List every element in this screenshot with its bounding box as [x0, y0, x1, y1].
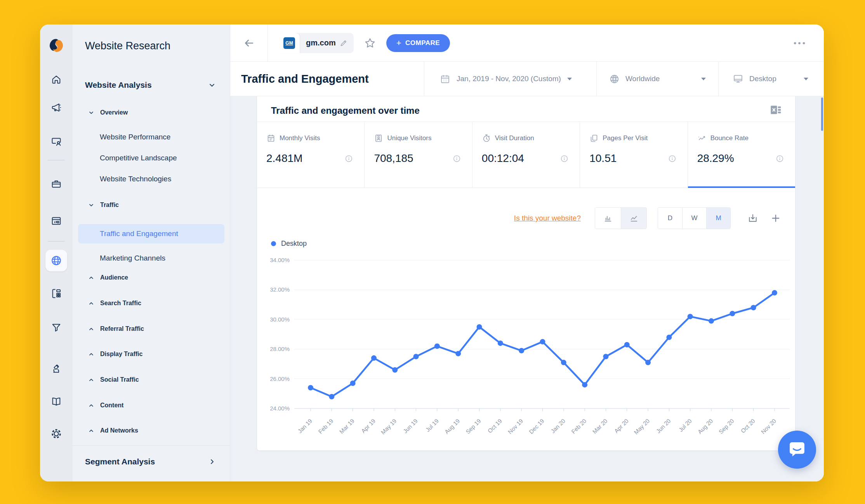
date-range-value: Jan, 2019 - Nov, 2020 (Custom) [457, 75, 561, 83]
edit-pencil-icon[interactable] [340, 39, 347, 47]
funnel-icon[interactable] [49, 320, 64, 335]
topbar-divider [267, 24, 268, 62]
megaphone-icon[interactable] [49, 100, 64, 115]
svg-text:30.00%: 30.00% [270, 316, 290, 323]
nav-group-social-traffic[interactable]: Social Traffic [88, 376, 139, 383]
nav-item-competitive-landscape[interactable]: Competitive Landscape [100, 154, 177, 162]
nav-section-website-analysis[interactable]: Website Analysis [85, 80, 216, 90]
section-title: Traffic and Engagement [230, 62, 424, 96]
chart-type-toggle [595, 207, 647, 229]
calendar-icon [440, 74, 450, 84]
metric-unique-visitors[interactable]: Unique Visitors 708,185 [364, 122, 472, 188]
domain-tab[interactable]: GM gm.com [279, 33, 354, 53]
globe-icon [609, 74, 620, 84]
keyword-grid-icon[interactable] [49, 286, 64, 301]
metric-pages-per-visit[interactable]: Pages Per Visit 10.51 [580, 122, 687, 188]
similarweb-logo-icon[interactable] [49, 38, 64, 53]
svg-text:Dec 19: Dec 19 [528, 417, 545, 435]
nav-group-traffic[interactable]: Traffic [88, 202, 119, 209]
back-button[interactable] [230, 37, 267, 49]
info-icon[interactable] [775, 154, 784, 163]
gear-icon[interactable] [49, 426, 64, 441]
domain-name: gm.com [300, 38, 340, 47]
metric-label: Monthly Visits [280, 134, 320, 142]
line-chart[interactable]: 24.00%26.00%28.00%30.00%32.00%34.00%Jan … [257, 249, 795, 439]
nav-group-content[interactable]: Content [88, 402, 123, 409]
plus-icon: + [396, 39, 401, 47]
nav-group-audience[interactable]: Audience [88, 274, 128, 281]
chevron-down-icon [208, 81, 216, 89]
metric-value: 28.29% [697, 152, 734, 165]
info-icon[interactable] [344, 154, 353, 163]
nav-item-website-technologies[interactable]: Website Technologies [100, 175, 171, 183]
svg-text:Nov 19: Nov 19 [507, 417, 525, 435]
briefcase-icon[interactable] [49, 176, 64, 192]
is-this-your-website-link[interactable]: Is this your website? [514, 214, 581, 222]
info-icon[interactable] [560, 154, 569, 163]
metric-value: 10.51 [589, 152, 617, 165]
nav-item-segment-analysis[interactable]: Segment Analysis [85, 453, 216, 471]
nav-group-referral-traffic[interactable]: Referral Traffic [88, 325, 144, 332]
nav-group-search-traffic[interactable]: Search Traffic [88, 300, 141, 307]
vertical-scrollbar[interactable] [821, 97, 823, 131]
line-chart-toggle-icon[interactable] [621, 208, 646, 229]
site-favicon: GM [279, 33, 300, 53]
svg-text:Oct 19: Oct 19 [486, 417, 503, 434]
granularity-week-button[interactable]: W [682, 208, 706, 229]
app-window: Website Research Website Analysis Overvi… [40, 24, 824, 481]
chevron-up-icon [88, 300, 94, 306]
nav-group-display-traffic[interactable]: Display Traffic [88, 351, 142, 358]
nav-item-traffic-and-engagement-active[interactable]: Traffic and Engagement [78, 224, 224, 243]
svg-text:Apr 19: Apr 19 [360, 417, 377, 434]
overflow-menu-icon[interactable]: ••• [794, 38, 807, 48]
rail-divider [48, 160, 65, 160]
book-icon[interactable] [49, 394, 64, 409]
metric-visit-duration[interactable]: Visit Duration 00:12:04 [472, 122, 580, 188]
favorite-star-icon[interactable] [364, 37, 376, 49]
svg-text:Mar 19: Mar 19 [338, 417, 356, 435]
nav-group-ad-networks[interactable]: Ad Networks [88, 427, 138, 434]
device-select[interactable]: Desktop [718, 62, 824, 96]
page-title: Website Research [85, 40, 170, 52]
add-metric-icon[interactable] [770, 213, 781, 224]
microscope-icon[interactable] [49, 361, 64, 376]
bar-chart-toggle-icon[interactable] [595, 208, 621, 229]
chat-bubble-icon [787, 439, 808, 460]
monitor-person-icon[interactable] [49, 134, 64, 149]
nav-section-label: Website Analysis [85, 80, 152, 90]
svg-text:Jul 20: Jul 20 [677, 417, 693, 433]
svg-text:28.00%: 28.00% [270, 346, 290, 352]
granularity-month-button[interactable]: M [706, 208, 730, 229]
svg-text:Jun 20: Jun 20 [655, 417, 672, 434]
chat-launcher-button[interactable] [778, 431, 816, 469]
granularity-day-button[interactable]: D [658, 208, 682, 229]
svg-text:24.00%: 24.00% [270, 405, 290, 412]
excel-export-icon[interactable] [769, 104, 782, 116]
chevron-down-icon [88, 202, 94, 208]
nav-group-overview[interactable]: Overview [88, 109, 128, 116]
nav-group-label: Referral Traffic [100, 325, 144, 332]
nav-item-website-performance[interactable]: Website Performance [100, 133, 170, 141]
chevron-down-icon [88, 109, 94, 116]
metric-monthly-visits[interactable]: Monthly Visits 2.481M [257, 122, 364, 188]
svg-text:Apr 20: Apr 20 [613, 417, 630, 434]
country-select[interactable]: Worldwide [596, 62, 718, 96]
download-icon[interactable] [747, 212, 759, 224]
home-icon[interactable] [49, 72, 64, 87]
globe-icon-active[interactable] [45, 250, 67, 271]
svg-text:Aug 20: Aug 20 [697, 417, 714, 435]
card-title: Traffic and engagement over time [271, 105, 420, 116]
info-icon[interactable] [452, 154, 461, 163]
metric-bounce-rate-selected[interactable]: Bounce Rate 28.29% [688, 122, 795, 188]
metric-value: 708,185 [374, 152, 413, 165]
app-window-chart-icon[interactable] [49, 213, 64, 229]
info-icon[interactable] [668, 154, 677, 163]
nav-group-label: Search Traffic [100, 300, 141, 307]
date-range-select[interactable]: Jan, 2019 - Nov, 2020 (Custom) [424, 62, 596, 96]
metric-value: 2.481M [266, 152, 302, 165]
main-area: GM gm.com + COMPARE ••• Traffic and Enga… [230, 24, 824, 481]
svg-text:26.00%: 26.00% [270, 375, 290, 382]
nav-item-marketing-channels[interactable]: Marketing Channels [100, 254, 165, 262]
compare-button[interactable]: + COMPARE [386, 34, 450, 52]
svg-text:Sep 20: Sep 20 [717, 417, 735, 435]
